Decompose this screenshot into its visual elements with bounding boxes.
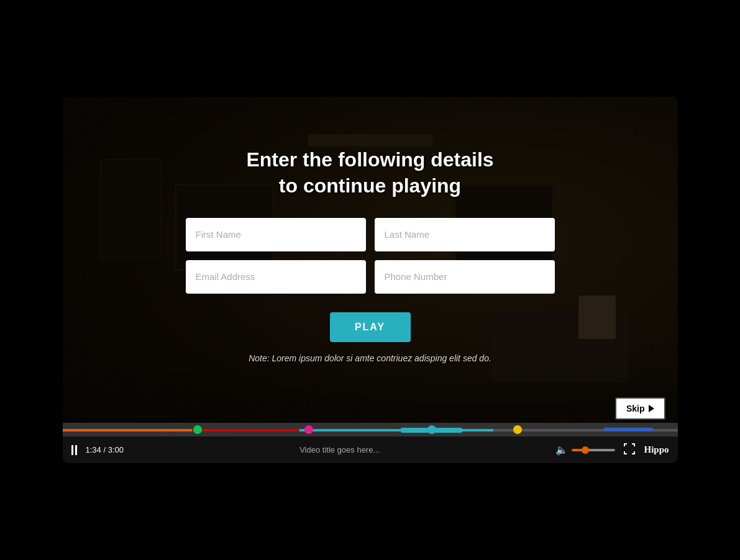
volume-thumb (582, 446, 589, 454)
marker-blue-bar (604, 428, 653, 431)
skip-label: Skip (626, 404, 645, 413)
note-text: Note: Lorem ipsum dolor si amte contriue… (249, 353, 491, 363)
volume-slider[interactable] (572, 449, 615, 451)
marker-green (193, 425, 202, 434)
video-title: Video title goes here... (132, 445, 547, 454)
controls-row: 1:34 / 3:00 Video title goes here... 🔈 H… (63, 436, 678, 463)
last-name-input[interactable] (375, 218, 555, 251)
time-display: 1:34 / 3:00 (86, 445, 124, 454)
video-player: Enter the following details to continue … (63, 97, 678, 463)
lead-capture-form: Enter the following details to continue … (63, 97, 678, 463)
play-button[interactable]: PLAY (330, 312, 411, 342)
progress-track (63, 429, 678, 431)
marker-pink (304, 425, 313, 434)
skip-button[interactable]: Skip (615, 397, 665, 420)
form-title: Enter the following details to continue … (246, 147, 493, 199)
email-input[interactable] (186, 260, 366, 294)
fullscreen-button[interactable] (624, 443, 635, 457)
brand-logo: Hippo (644, 445, 669, 455)
pause-icon (71, 445, 77, 455)
first-name-input[interactable] (186, 218, 366, 251)
marker-yellow (513, 425, 522, 434)
controls-bar: 1:34 / 3:00 Video title goes here... 🔈 H… (63, 423, 678, 463)
contact-row (186, 260, 555, 294)
timeline[interactable] (63, 423, 678, 436)
fullscreen-icon (624, 443, 635, 454)
volume-control[interactable]: 🔈 (555, 444, 615, 456)
volume-icon: 🔈 (555, 444, 568, 456)
skip-icon (649, 405, 654, 412)
pause-button[interactable] (71, 445, 77, 455)
marker-cyan (427, 425, 436, 434)
name-row (186, 218, 555, 251)
phone-input[interactable] (375, 260, 555, 294)
